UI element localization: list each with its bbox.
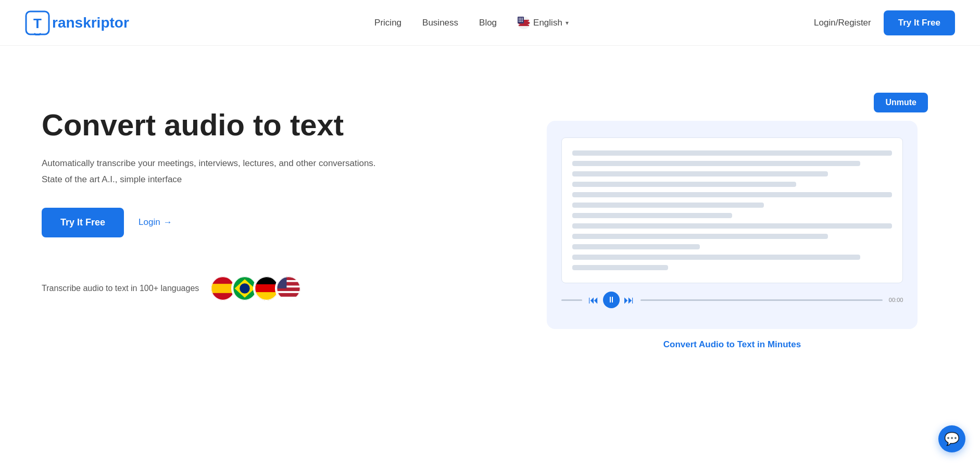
svg-point-12 [522, 21, 523, 22]
unmute-button[interactable]: Unmute [874, 93, 928, 112]
pause-icon[interactable]: ⏸ [603, 292, 620, 308]
nav-blog[interactable]: Blog [479, 18, 497, 28]
text-line-3 [572, 171, 828, 176]
player-bar: ⏮ ⏸ ⏭ 00:00 [561, 292, 903, 308]
svg-point-7 [519, 19, 520, 20]
player-controls[interactable]: ⏮ ⏸ ⏭ [588, 292, 634, 308]
nav-business[interactable]: Business [422, 18, 458, 28]
convert-label: Convert Audio to Text in Minutes [663, 339, 801, 350]
language-label: English [533, 18, 562, 28]
text-line-5 [572, 192, 893, 197]
hero-right: Unmute ⏮ ⏸ ⏭ [526, 87, 938, 350]
nav-pricing[interactable]: Pricing [374, 18, 401, 28]
svg-point-4 [519, 18, 520, 19]
flag-usa [275, 275, 302, 302]
chat-icon: 💬 [944, 432, 960, 446]
text-line-1 [572, 150, 893, 156]
language-selector[interactable]: English ▾ [518, 17, 569, 29]
login-register-link[interactable]: Login/Register [814, 18, 871, 28]
hero-left: Convert audio to text Automatically tran… [42, 87, 490, 302]
chevron-down-icon: ▾ [566, 19, 569, 27]
svg-point-9 [522, 19, 523, 20]
hero-subtitle: Automatically transcribe your meetings, … [42, 156, 490, 170]
text-line-6 [572, 203, 764, 208]
svg-text:T: T [33, 15, 42, 31]
navbar: T ranskriptor Pricing Business Blog [0, 0, 980, 46]
player-line-left [561, 299, 582, 301]
text-line-10 [572, 244, 700, 249]
text-line-4 [572, 182, 796, 187]
logo-text: ranskriptor [52, 15, 129, 31]
hero-section: Convert audio to text Automatically tran… [0, 46, 980, 467]
flag-icon [518, 17, 530, 29]
transcript-card: ⏮ ⏸ ⏭ 00:00 [547, 121, 918, 329]
svg-point-10 [519, 21, 520, 22]
text-line-7 [572, 213, 732, 218]
svg-rect-33 [277, 291, 300, 293]
text-line-11 [572, 255, 860, 260]
player-time: 00:00 [889, 297, 903, 303]
try-free-nav-button[interactable]: Try It Free [884, 10, 955, 35]
languages-text: Transcribe audio to text in 100+ languag… [42, 284, 199, 293]
chat-bubble[interactable]: 💬 [938, 425, 965, 452]
hero-tagline: State of the art A.I., simple interface [42, 174, 490, 185]
svg-point-19 [240, 283, 250, 293]
transcript-document [561, 137, 903, 283]
text-line-2 [572, 161, 860, 166]
svg-point-5 [520, 18, 521, 19]
hero-login-label: Login [139, 217, 160, 228]
logo-link[interactable]: T ranskriptor [25, 10, 129, 35]
text-line-12 [572, 265, 668, 270]
svg-point-6 [522, 18, 523, 19]
svg-point-11 [520, 21, 521, 22]
hero-title: Convert audio to text [42, 108, 490, 142]
nav-links: Pricing Business Blog English ▾ [374, 17, 569, 29]
flag-group [209, 275, 302, 302]
svg-point-8 [520, 19, 521, 20]
text-line-9 [572, 234, 828, 239]
nav-right: Login/Register Try It Free [814, 10, 955, 35]
arrow-icon: → [164, 217, 172, 228]
forward-icon[interactable]: ⏭ [624, 294, 634, 306]
logo-icon: T [25, 10, 50, 35]
try-free-hero-button[interactable]: Try It Free [42, 208, 124, 237]
hero-actions: Try It Free Login → [42, 208, 490, 237]
hero-login-link[interactable]: Login → [139, 217, 172, 228]
text-line-8 [572, 223, 893, 229]
languages-row: Transcribe audio to text in 100+ languag… [42, 275, 490, 302]
rewind-icon[interactable]: ⏮ [588, 294, 599, 306]
player-line-right [640, 299, 883, 301]
